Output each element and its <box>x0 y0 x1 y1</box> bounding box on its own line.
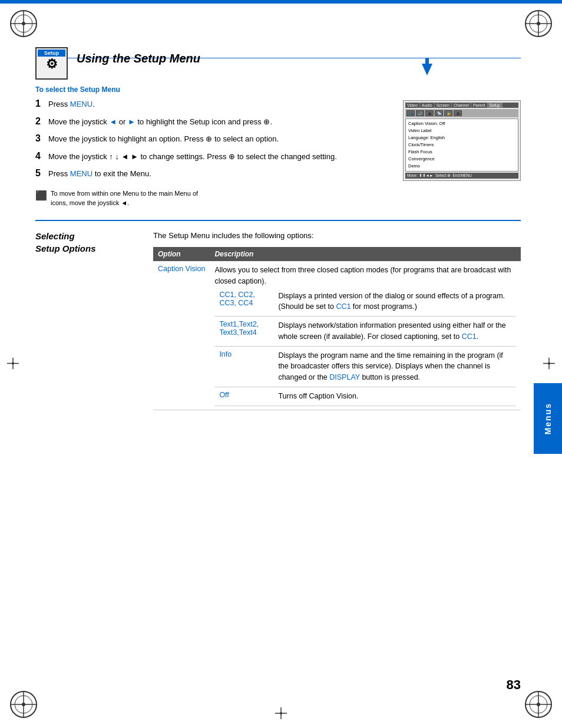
step-3: 3 Move the joystick to highlight an opti… <box>35 133 391 145</box>
note-icon: ⬛ <box>35 189 47 203</box>
page-number: 83 <box>507 677 521 693</box>
menu-item-4: Clock/Timers <box>408 141 515 149</box>
icon-ch: 📡 <box>435 110 443 116</box>
tab-setup: Setup <box>488 103 503 108</box>
setup-icon-graphic: ⚙ <box>46 58 58 71</box>
step-2: 2 Move the joystick ◄ or ► to highlight … <box>35 116 391 128</box>
menu-item-1: Caption Vision: Off <box>408 120 515 127</box>
col-option: Option <box>153 247 210 261</box>
sub-table-caption-vision: CC1, CC2,CC3, CC4 Displays a printed ver… <box>214 287 516 406</box>
tab-parent: Parent <box>471 103 488 108</box>
main-content: Setup ⚙ Using the Setup Menu To select t… <box>35 47 521 669</box>
sub-option-off-desc: Turns off Caption Vision. <box>273 387 516 406</box>
menu-item-3: Language: English <box>408 134 515 141</box>
icon-tv: 📺 <box>406 110 415 116</box>
svg-point-25 <box>548 362 550 364</box>
selecting-title: SelectingSetup Options <box>35 230 141 255</box>
icon-grid: ⊞ <box>425 110 434 116</box>
sub-row-info: Info Displays the program name and the t… <box>214 346 516 387</box>
svg-point-4 <box>22 22 25 25</box>
menu-item-7: Demo <box>408 163 515 170</box>
instruction-subheading: To select the Setup Menu <box>35 85 391 94</box>
screen-status-bar: Move: ⬆⬇◄► Select:⊕ End:MENU <box>405 173 518 179</box>
tab-video: Video <box>405 103 420 108</box>
tab-audio: Audio <box>420 103 435 108</box>
icon-lock: 🔒 <box>444 110 452 116</box>
svg-point-19 <box>537 703 540 706</box>
sub-option-text-desc: Displays network/station information pre… <box>273 317 516 347</box>
crosshair-left <box>7 357 19 371</box>
sub-option-text-name: Text1,Text2,Text3,Text4 <box>214 317 273 347</box>
sub-option-cc-desc: Displays a printed version of the dialog… <box>273 287 516 317</box>
icon-gear: ⚙ <box>454 110 462 116</box>
screen-mockup-area: Video Audio Screen Channel Parent Setup … <box>403 85 521 186</box>
corner-decoration-tr <box>521 6 556 41</box>
crosshair-right <box>543 357 555 371</box>
menu-item-6: Convergence <box>408 156 515 163</box>
menu-item-5: Flash Focus <box>408 149 515 156</box>
sub-option-info-name: Info <box>214 346 273 387</box>
icon-vol: 🔊 <box>416 110 424 116</box>
svg-point-28 <box>280 712 282 714</box>
svg-point-14 <box>22 703 25 706</box>
tab-screen: Screen <box>435 103 452 108</box>
instructions-col: To select the Setup Menu 1 Press MENU. 2… <box>35 85 391 186</box>
sub-option-info-desc: Displays the program name and the time r… <box>273 346 516 387</box>
setup-header: Setup ⚙ Using the Setup Menu <box>35 47 521 80</box>
instruction-area: To select the Setup Menu 1 Press MENU. 2… <box>35 85 521 186</box>
step-4: 4 Move the joystick ↑ ↓ ◄ ► to change se… <box>35 151 391 163</box>
selecting-section: SelectingSetup Options The Setup Menu in… <box>35 230 521 410</box>
screen-menu-box: Caption Vision: Off Video Label Language… <box>405 118 518 172</box>
crosshair-bottom <box>275 707 287 721</box>
option-name-caption-vision: Caption Vision <box>153 261 210 410</box>
note-text: To move from within one Menu to the main… <box>51 189 200 208</box>
svg-point-22 <box>12 362 14 364</box>
selecting-intro: The Setup Menu includes the following op… <box>153 230 521 242</box>
table-row-caption-vision: Caption Vision Allows you to select from… <box>153 261 521 410</box>
sub-row-text: Text1,Text2,Text3,Text4 Displays network… <box>214 317 516 347</box>
menu-item-2: Video Label <box>408 127 515 134</box>
selecting-label: SelectingSetup Options <box>35 230 141 410</box>
option-desc-caption-vision: Allows you to select from three closed c… <box>210 261 521 410</box>
sub-option-cc-name: CC1, CC2,CC3, CC4 <box>214 287 273 317</box>
corner-decoration-br <box>521 687 556 722</box>
screen-tabs: Video Audio Screen Channel Parent Setup <box>405 103 518 108</box>
corner-decoration-bl <box>6 687 41 722</box>
screen-icons: 📺 🔊 ⊞ 📡 🔒 ⚙ <box>405 109 518 117</box>
screen-mockup: Video Audio Screen Channel Parent Setup … <box>403 100 521 181</box>
right-sidebar: Menus <box>534 383 562 454</box>
note-box: ⬛ To move from within one Menu to the ma… <box>35 189 200 208</box>
step-1: 1 Press MENU. <box>35 98 391 110</box>
corner-decoration-tl <box>6 6 41 41</box>
setup-icon-label: Setup <box>38 50 65 57</box>
sub-row-cc: CC1, CC2,CC3, CC4 Displays a printed ver… <box>214 287 516 317</box>
options-table: Option Description Caption Vision Allows… <box>153 247 521 410</box>
menu-highlight-1: MENU <box>70 100 92 108</box>
step-5: 5 Press MENU to exit the Menu. <box>35 168 391 180</box>
section-divider <box>35 220 521 221</box>
col-description: Description <box>210 247 521 261</box>
menu-highlight-5: MENU <box>70 169 92 178</box>
selecting-content: The Setup Menu includes the following op… <box>153 230 521 410</box>
section-title: Using the Setup Menu <box>77 47 200 65</box>
svg-point-9 <box>537 22 540 25</box>
sub-option-off-name: Off <box>214 387 273 406</box>
setup-icon: Setup ⚙ <box>35 47 68 80</box>
sidebar-label: Menus <box>543 403 553 434</box>
table-header-row: Option Description <box>153 247 521 261</box>
sub-row-off: Off Turns off Caption Vision. <box>214 387 516 406</box>
top-blue-bar <box>0 0 562 4</box>
tab-channel: Channel <box>452 103 471 108</box>
